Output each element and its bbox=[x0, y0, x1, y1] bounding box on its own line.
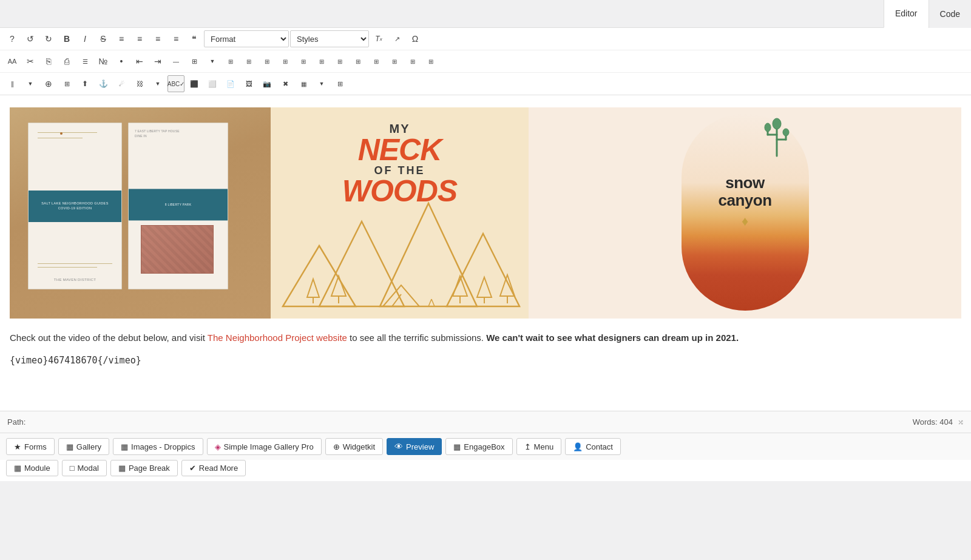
unordered-list-button[interactable]: • bbox=[113, 53, 130, 70]
svg-line-16 bbox=[392, 294, 401, 306]
upload-btn[interactable]: ⬆ bbox=[76, 75, 93, 92]
images-droppics-button[interactable]: ▦ Images - Droppics bbox=[113, 438, 203, 455]
read-more-button[interactable]: ✔ Read More bbox=[181, 460, 246, 476]
anchor-btn[interactable]: ⚓ bbox=[95, 75, 112, 92]
align-justify-button[interactable]: ≡ bbox=[167, 30, 184, 47]
cell-btn5[interactable]: ⊞ bbox=[295, 53, 312, 70]
neighborhood-link[interactable]: The Neighborhood Project website bbox=[208, 332, 347, 343]
omega-button[interactable]: Ω bbox=[407, 30, 424, 47]
code-tab-button[interactable]: Code bbox=[929, 0, 971, 28]
cell-btn3[interactable]: ⊞ bbox=[259, 53, 276, 70]
widget-btn[interactable]: ⊞ bbox=[331, 75, 348, 92]
align-left-button[interactable]: ≡ bbox=[113, 30, 130, 47]
gallery-image-3: snow canyon ♦ bbox=[529, 107, 961, 319]
strikethrough-button[interactable]: S bbox=[95, 30, 112, 47]
bottom-toolbar-row2: ▦ Module □ Modal ▦ Page Break ✔ Read Mor… bbox=[0, 460, 971, 481]
cell-btn8[interactable]: ⊞ bbox=[350, 53, 367, 70]
svg-marker-1 bbox=[380, 203, 477, 306]
forms-icon: ★ bbox=[14, 442, 21, 451]
cell-btn7[interactable]: ⊞ bbox=[331, 53, 348, 70]
table-button[interactable]: ⊞ bbox=[186, 53, 203, 70]
undo-button[interactable]: ↺ bbox=[22, 30, 39, 47]
module-button[interactable]: ▦ Module bbox=[6, 460, 58, 476]
cell-btn12[interactable]: ⊞ bbox=[422, 53, 439, 70]
link-btn[interactable]: ⛓ bbox=[131, 75, 148, 92]
cell-btn11[interactable]: ⊞ bbox=[404, 53, 421, 70]
bold-button[interactable]: B bbox=[58, 30, 75, 47]
file-btn[interactable]: 📄 bbox=[222, 75, 239, 92]
table-dd[interactable]: ▼ bbox=[204, 53, 221, 70]
font-size-button[interactable]: AA bbox=[4, 53, 21, 70]
spell-check-btn[interactable]: ABC✓ bbox=[167, 75, 184, 92]
ordered-list-button[interactable]: № bbox=[95, 53, 112, 70]
cell-btn9[interactable]: ⊞ bbox=[368, 53, 385, 70]
plus-btn[interactable]: ⊕ bbox=[40, 75, 57, 92]
media-dd[interactable]: ▼ bbox=[313, 75, 330, 92]
image-btn[interactable]: 🖼 bbox=[240, 75, 257, 92]
outdent-button[interactable]: ⇤ bbox=[131, 53, 148, 70]
toolbar-row-3: ‖ ▼ ⊕ ⊞ ⬆ ⚓ ☄ ⛓ ▼ ABC✓ ⬛ ⬜ 📄 🖼 📷 ✖ ▦ ▼ ⊞ bbox=[0, 73, 971, 95]
clear-format-button[interactable]: Tx bbox=[370, 30, 387, 47]
editor-tab-button[interactable]: Editor bbox=[884, 0, 929, 28]
svg-marker-4 bbox=[307, 279, 319, 297]
copy-button[interactable]: ⎘ bbox=[40, 53, 57, 70]
link-dd[interactable]: ▼ bbox=[149, 75, 166, 92]
widgetkit-icon: ⊕ bbox=[333, 442, 340, 451]
grid-btn[interactable]: ⊞ bbox=[58, 75, 75, 92]
cell-btn10[interactable]: ⊞ bbox=[386, 53, 403, 70]
unlink-btn[interactable]: ✖ bbox=[277, 75, 294, 92]
sigp-icon: ◈ bbox=[215, 442, 221, 451]
ltr-button[interactable]: ↗ bbox=[388, 30, 405, 47]
simple-image-gallery-pro-button[interactable]: ◈ Simple Image Gallery Pro bbox=[207, 438, 322, 455]
images-droppics-label: Images - Droppics bbox=[131, 442, 195, 451]
expand-icon[interactable]: ⤮ bbox=[958, 418, 964, 427]
columns-button[interactable]: ‖ bbox=[4, 75, 21, 92]
module-label: Module bbox=[24, 464, 50, 473]
read-more-icon: ✔ bbox=[189, 464, 196, 473]
contact-button[interactable]: 👤 Contact bbox=[565, 438, 621, 455]
indent-button[interactable]: ⇥ bbox=[149, 53, 166, 70]
insert-icon[interactable]: ☰ bbox=[76, 53, 93, 70]
editor-content[interactable]: SALT LAKE NEIGHBORHOOD GUIDESCOVID-19 ED… bbox=[0, 95, 971, 411]
align-center-button[interactable]: ≡ bbox=[131, 30, 148, 47]
fullscreen-btn[interactable]: ⬜ bbox=[204, 75, 221, 92]
status-bar: Path: Words: 404 ⤮ bbox=[0, 411, 971, 433]
italic-button[interactable]: I bbox=[76, 30, 93, 47]
page-break-icon: ▦ bbox=[118, 464, 126, 473]
engagebox-icon: ▦ bbox=[453, 442, 461, 451]
help-button[interactable]: ? bbox=[4, 30, 21, 47]
media-btn[interactable]: ▦ bbox=[295, 75, 312, 92]
cell-btn4[interactable]: ⊞ bbox=[277, 53, 294, 70]
align-right-button[interactable]: ≡ bbox=[149, 30, 166, 47]
modal-button[interactable]: □ Modal bbox=[62, 460, 107, 476]
widgetkit-label: Widgetkit bbox=[343, 442, 375, 451]
engagebox-button[interactable]: ▦ EngageBox bbox=[445, 438, 512, 455]
svg-point-27 bbox=[783, 129, 789, 136]
cell-btn6[interactable]: ⊞ bbox=[313, 53, 330, 70]
forms-button[interactable]: ★ Forms bbox=[6, 438, 55, 455]
image2-btn[interactable]: 📷 bbox=[259, 75, 276, 92]
menu-button[interactable]: ↥ Menu bbox=[516, 438, 562, 455]
styles-select[interactable]: Styles Bold Italic bbox=[290, 30, 369, 47]
path-label: Path: bbox=[7, 417, 25, 427]
page-break-label: Page Break bbox=[129, 464, 170, 473]
cut-button[interactable]: ✂ bbox=[22, 53, 39, 70]
blockquote-button[interactable]: ❝ bbox=[186, 30, 203, 47]
redo-button[interactable]: ↻ bbox=[40, 30, 57, 47]
format-select[interactable]: Format Paragraph Heading 1 Heading 2 Hea… bbox=[204, 30, 289, 47]
toolbar-row-2: AA ✂ ⎘ ⎙ ☰ № • ⇤ ⇥ — ⊞ ▼ ⊞ ⊞ ⊞ ⊞ ⊞ ⊞ ⊞ ⊞… bbox=[0, 50, 971, 73]
paste-button[interactable]: ⎙ bbox=[58, 53, 75, 70]
cell-btn1[interactable]: ⊞ bbox=[222, 53, 239, 70]
images-droppics-icon: ▦ bbox=[121, 442, 128, 451]
html-btn[interactable]: ☄ bbox=[113, 75, 130, 92]
gallery-button[interactable]: ▦ Gallery bbox=[58, 438, 109, 455]
cell-btn2[interactable]: ⊞ bbox=[240, 53, 257, 70]
preview-button[interactable]: 👁 Preview bbox=[387, 438, 442, 455]
resize-btn[interactable]: ⬛ bbox=[186, 75, 203, 92]
page-break-button[interactable]: ▦ Page Break bbox=[110, 460, 178, 476]
svg-line-17 bbox=[428, 299, 431, 306]
col-dd[interactable]: ▼ bbox=[22, 75, 39, 92]
widgetkit-button[interactable]: ⊕ Widgetkit bbox=[325, 438, 383, 455]
hr-button[interactable]: — bbox=[167, 53, 184, 70]
gallery-strip: SALT LAKE NEIGHBORHOOD GUIDESCOVID-19 ED… bbox=[10, 107, 961, 319]
